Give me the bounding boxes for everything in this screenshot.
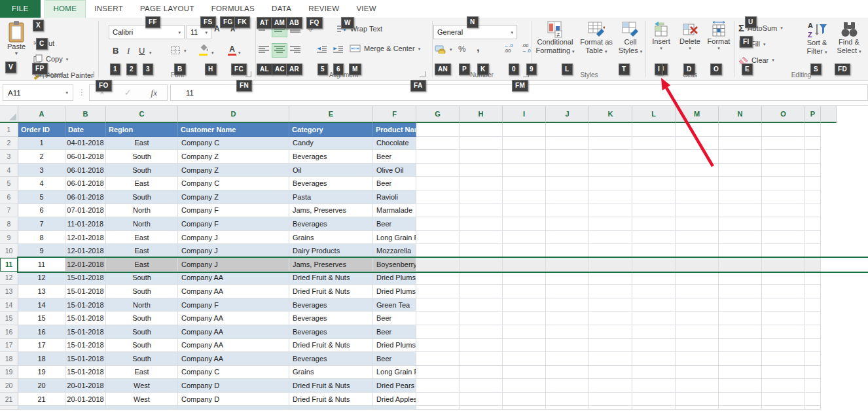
row-header-2[interactable]: 2	[0, 137, 18, 151]
table-cell[interactable]: East	[106, 366, 178, 380]
table-cell[interactable]: Oil	[289, 164, 373, 177]
empty-cell[interactable]	[805, 406, 821, 410]
table-cell[interactable]: Company AA	[178, 272, 289, 285]
empty-cell[interactable]	[676, 164, 719, 177]
empty-cell[interactable]	[805, 217, 821, 231]
column-header-g[interactable]: G	[416, 106, 460, 123]
table-cell[interactable]	[289, 406, 373, 410]
empty-cell[interactable]	[503, 231, 546, 245]
empty-cell[interactable]	[503, 204, 546, 218]
empty-cell[interactable]	[460, 204, 503, 218]
empty-cell[interactable]	[416, 217, 460, 231]
empty-cell[interactable]	[546, 244, 589, 258]
empty-cell[interactable]	[460, 244, 503, 258]
empty-cell[interactable]	[676, 272, 719, 285]
table-cell[interactable]: 15-01-2018	[65, 298, 106, 312]
selected-row-cell[interactable]: Company J	[178, 258, 289, 272]
empty-cell[interactable]	[416, 190, 460, 204]
row-header-8[interactable]: 8	[0, 217, 18, 231]
table-cell[interactable]	[373, 406, 416, 410]
empty-cell[interactable]	[503, 366, 546, 380]
empty-cell[interactable]	[676, 352, 719, 366]
empty-cell[interactable]	[762, 325, 805, 339]
empty-cell[interactable]	[589, 217, 632, 231]
table-header-cell[interactable]: Region	[106, 123, 178, 137]
empty-cell[interactable]	[460, 285, 503, 298]
table-cell[interactable]: Candy	[289, 137, 373, 151]
table-cell[interactable]: 17	[18, 339, 65, 353]
empty-cell[interactable]	[805, 177, 821, 190]
row-header-13[interactable]: 13	[0, 285, 18, 298]
empty-cell[interactable]	[805, 272, 821, 285]
empty-cell[interactable]	[589, 406, 632, 410]
empty-cell[interactable]	[762, 272, 805, 285]
empty-cell[interactable]	[503, 312, 546, 325]
empty-cell[interactable]	[676, 244, 719, 258]
empty-cell[interactable]	[676, 204, 719, 218]
empty-cell[interactable]	[719, 150, 762, 164]
empty-cell[interactable]	[676, 325, 719, 339]
empty-cell[interactable]	[805, 298, 821, 312]
column-header-n[interactable]: N	[719, 106, 762, 123]
increase-indent-button[interactable]	[333, 45, 344, 56]
column-header-o[interactable]: O	[762, 106, 805, 123]
empty-cell[interactable]	[762, 164, 805, 177]
empty-cell[interactable]	[460, 150, 503, 164]
table-cell[interactable]: Ravioli	[373, 190, 416, 204]
empty-cell[interactable]	[589, 258, 632, 272]
empty-cell[interactable]	[503, 258, 546, 272]
selected-row-cell[interactable]: East	[106, 258, 178, 272]
ribbon-tab-review[interactable]: REVIEW	[300, 0, 348, 18]
empty-cell[interactable]	[762, 258, 805, 272]
table-cell[interactable]: Beer	[373, 177, 416, 190]
empty-cell[interactable]	[762, 406, 805, 410]
empty-cell[interactable]	[719, 379, 762, 393]
table-cell[interactable]	[106, 406, 178, 410]
empty-cell[interactable]	[719, 339, 762, 353]
empty-cell[interactable]	[676, 231, 719, 245]
empty-cell[interactable]	[416, 244, 460, 258]
enter-icon[interactable]: ✓	[124, 88, 132, 98]
empty-cell[interactable]	[632, 204, 676, 218]
table-cell[interactable]: Beer	[373, 325, 416, 339]
empty-cell[interactable]	[503, 285, 546, 298]
empty-cell[interactable]	[762, 244, 805, 258]
table-cell[interactable]: Grains	[289, 231, 373, 245]
find-select-button[interactable]: Find & Select ▾	[833, 21, 865, 55]
empty-cell[interactable]	[460, 406, 503, 410]
table-cell[interactable]: East	[106, 137, 178, 151]
column-header-b[interactable]: B	[65, 106, 106, 123]
table-cell[interactable]: Company Z	[178, 150, 289, 164]
merge-center-button[interactable]: Merge & Center▾	[350, 45, 420, 52]
empty-cell[interactable]	[719, 231, 762, 245]
empty-cell[interactable]	[719, 244, 762, 258]
empty-cell[interactable]	[805, 366, 821, 380]
table-cell[interactable]: Dried Fruit & Nuts	[289, 379, 373, 393]
empty-cell[interactable]	[460, 137, 503, 151]
empty-cell[interactable]	[719, 177, 762, 190]
table-header-cell[interactable]: Order ID	[18, 123, 65, 137]
empty-cell[interactable]	[676, 177, 719, 190]
table-cell[interactable]: Beverages	[289, 177, 373, 190]
empty-cell[interactable]	[503, 137, 546, 151]
empty-cell[interactable]	[762, 204, 805, 218]
empty-cell[interactable]	[546, 379, 589, 393]
table-cell[interactable]: Beverages	[289, 325, 373, 339]
empty-cell[interactable]	[503, 393, 546, 406]
select-all-corner[interactable]	[0, 106, 18, 123]
empty-cell[interactable]	[589, 285, 632, 298]
table-header-cell[interactable]: Category	[289, 123, 373, 137]
empty-cell[interactable]	[762, 190, 805, 204]
empty-cell[interactable]	[632, 406, 676, 410]
empty-cell[interactable]	[805, 231, 821, 245]
table-cell[interactable]: 2	[18, 150, 65, 164]
empty-cell[interactable]	[589, 298, 632, 312]
empty-cell[interactable]	[719, 123, 762, 137]
empty-cell[interactable]	[546, 272, 589, 285]
empty-cell[interactable]	[762, 285, 805, 298]
table-cell[interactable]: Pasta	[289, 190, 373, 204]
row-header-6[interactable]: 6	[0, 190, 18, 204]
empty-cell[interactable]	[805, 352, 821, 366]
empty-cell[interactable]	[676, 339, 719, 353]
table-cell[interactable]	[178, 406, 289, 410]
